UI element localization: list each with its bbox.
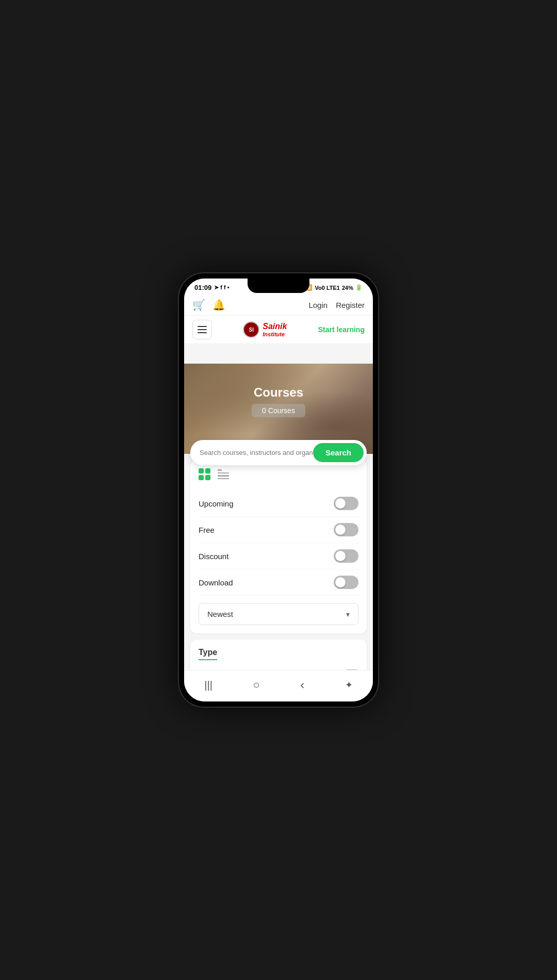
course-bundle-row: Course Bundle — [199, 662, 358, 670]
logo-text: Sainik — [263, 322, 287, 331]
view-toggles — [199, 468, 358, 480]
upcoming-toggle[interactable] — [334, 497, 358, 510]
logo-area: SI Sainik Institute — [243, 321, 287, 338]
back-button[interactable]: ‹ — [292, 676, 313, 694]
hero-section: Courses 0 Courses Search — [184, 364, 373, 454]
start-learning-link[interactable]: Start learning — [318, 325, 365, 334]
bottom-nav-bar: ||| ○ ‹ ✦ — [184, 670, 373, 701]
home-button[interactable]: ○ — [244, 676, 268, 694]
hero-title: Courses — [254, 385, 303, 400]
free-toggle[interactable] — [334, 523, 358, 536]
cart-icon[interactable]: 🛒 — [192, 299, 205, 311]
search-button[interactable]: Search — [313, 443, 364, 462]
signal-text: Vo0 LTE1 — [315, 285, 340, 291]
logo-subtext: Institute — [263, 331, 287, 337]
discount-toggle[interactable] — [334, 549, 358, 563]
upcoming-label: Upcoming — [199, 499, 234, 508]
courses-count-badge: 0 Courses — [252, 404, 305, 417]
register-link[interactable]: Register — [336, 301, 365, 309]
battery-text: 24% — [342, 285, 353, 291]
header-bar: SI Sainik Institute Start learning — [184, 316, 373, 344]
search-input[interactable] — [200, 449, 313, 456]
chevron-down-icon: ▾ — [346, 610, 350, 618]
status-icons: ➤ f f • — [214, 284, 229, 291]
download-label: Download — [199, 578, 233, 587]
logo-icon: SI — [243, 321, 259, 338]
menu-bars-button[interactable]: ||| — [196, 677, 221, 693]
top-nav: 🛒 🔔 Login Register — [184, 295, 373, 316]
accessibility-button[interactable]: ✦ — [337, 677, 361, 693]
menu-button[interactable] — [192, 320, 212, 339]
free-label: Free — [199, 526, 215, 534]
grid-view-button[interactable] — [199, 468, 210, 480]
bell-icon[interactable]: 🔔 — [212, 299, 225, 311]
type-section-title: Type — [199, 648, 217, 660]
list-view-button[interactable] — [218, 469, 229, 479]
download-filter-row: Download — [199, 569, 358, 596]
download-toggle[interactable] — [334, 576, 358, 589]
upcoming-filter-row: Upcoming — [199, 491, 358, 517]
sort-label: Newest — [207, 610, 233, 618]
free-filter-row: Free — [199, 517, 358, 543]
battery-icon: 🔋 — [355, 284, 363, 291]
discount-filter-row: Discount — [199, 543, 358, 569]
sort-dropdown[interactable]: Newest ▾ — [199, 603, 358, 625]
type-card: Type Course Bundle — [190, 640, 367, 670]
search-bar: Search — [190, 440, 367, 465]
login-link[interactable]: Login — [308, 301, 327, 309]
time-display: 01:09 — [194, 284, 211, 291]
content-area: Courses 0 Courses Search — [184, 344, 373, 670]
discount-label: Discount — [199, 552, 228, 561]
filter-card: Upcoming Free Discount — [190, 460, 367, 633]
search-bar-wrapper: Search — [190, 440, 367, 465]
